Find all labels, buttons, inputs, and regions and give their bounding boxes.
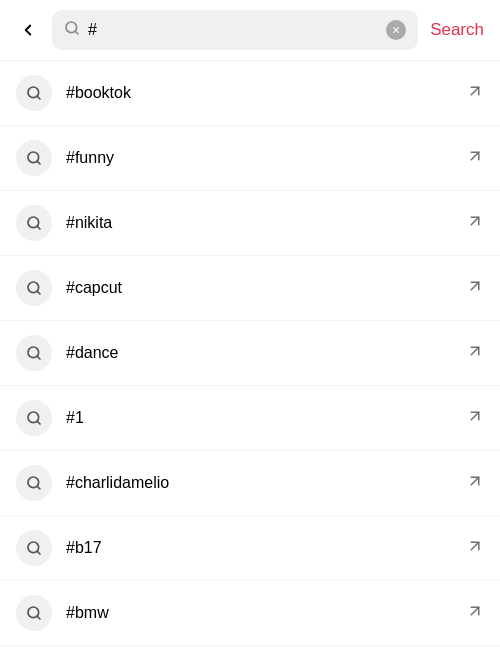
search-input[interactable] xyxy=(88,21,378,39)
svg-line-18 xyxy=(37,421,40,424)
suggestion-text: #b17 xyxy=(66,539,466,557)
list-item[interactable]: #dance xyxy=(0,321,500,386)
suggestion-search-icon xyxy=(16,465,52,501)
suggestion-text: #booktok xyxy=(66,84,466,102)
svg-line-15 xyxy=(37,356,40,359)
search-header: Search xyxy=(0,0,500,61)
back-button[interactable] xyxy=(12,14,44,46)
list-item[interactable]: #capcut xyxy=(0,256,500,321)
arrow-icon xyxy=(466,342,484,365)
svg-line-25 xyxy=(471,542,479,550)
svg-line-27 xyxy=(37,616,40,619)
arrow-icon xyxy=(466,82,484,105)
arrow-icon xyxy=(466,472,484,495)
list-item[interactable]: #b17 xyxy=(0,516,500,581)
list-item[interactable]: #booktok xyxy=(0,61,500,126)
list-item[interactable]: #charlidamelio xyxy=(0,451,500,516)
suggestion-search-icon xyxy=(16,205,52,241)
svg-line-28 xyxy=(471,607,479,615)
suggestion-text: #1 xyxy=(66,409,466,427)
arrow-icon xyxy=(466,212,484,235)
svg-line-12 xyxy=(37,291,40,294)
svg-line-16 xyxy=(471,347,479,355)
suggestion-text: #charlidamelio xyxy=(66,474,466,492)
svg-line-4 xyxy=(471,87,479,95)
arrow-icon xyxy=(466,147,484,170)
suggestion-text: #dance xyxy=(66,344,466,362)
arrow-icon xyxy=(466,407,484,430)
arrow-icon xyxy=(466,277,484,300)
suggestion-text: #capcut xyxy=(66,279,466,297)
svg-line-7 xyxy=(471,152,479,160)
list-item[interactable]: #nikita xyxy=(0,191,500,256)
suggestion-search-icon xyxy=(16,270,52,306)
suggestions-list: #booktok #funny xyxy=(0,61,500,646)
suggestion-search-icon xyxy=(16,400,52,436)
svg-line-13 xyxy=(471,282,479,290)
arrow-icon xyxy=(466,537,484,560)
svg-line-9 xyxy=(37,226,40,229)
search-button[interactable]: Search xyxy=(426,20,488,40)
suggestion-search-icon xyxy=(16,530,52,566)
suggestion-search-icon xyxy=(16,75,52,111)
svg-line-10 xyxy=(471,217,479,225)
suggestion-text: #nikita xyxy=(66,214,466,232)
list-item[interactable]: #bmw xyxy=(0,581,500,646)
svg-line-3 xyxy=(37,96,40,99)
search-bar xyxy=(52,10,418,50)
app-container: Search #booktok xyxy=(0,0,500,646)
svg-line-6 xyxy=(37,161,40,164)
svg-line-21 xyxy=(37,486,40,489)
svg-line-19 xyxy=(471,412,479,420)
list-item[interactable]: #1 xyxy=(0,386,500,451)
suggestion-text: #funny xyxy=(66,149,466,167)
search-icon xyxy=(64,20,80,40)
back-icon xyxy=(19,21,37,39)
suggestion-search-icon xyxy=(16,335,52,371)
svg-line-22 xyxy=(471,477,479,485)
suggestion-search-icon xyxy=(16,140,52,176)
svg-line-1 xyxy=(75,31,78,34)
suggestion-text: #bmw xyxy=(66,604,466,622)
arrow-icon xyxy=(466,602,484,625)
svg-line-24 xyxy=(37,551,40,554)
list-item[interactable]: #funny xyxy=(0,126,500,191)
clear-button[interactable] xyxy=(386,20,406,40)
suggestion-search-icon xyxy=(16,595,52,631)
